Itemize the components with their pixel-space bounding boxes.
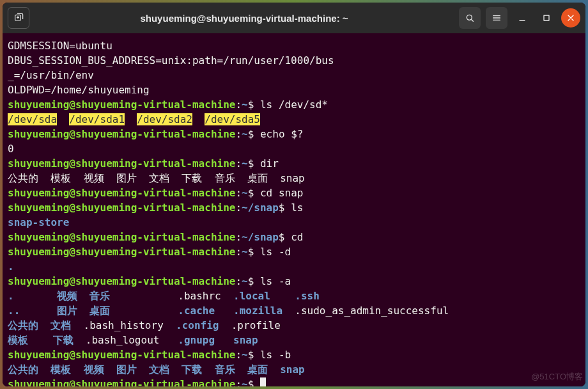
output-text: 视频 — [57, 290, 77, 302]
output-text: .gnupg — [178, 334, 215, 346]
output-text: 下载 — [182, 363, 202, 376]
command-text: cd snap — [254, 187, 303, 199]
output-text: 公共的 — [8, 319, 38, 331]
output-text: snap-store — [8, 216, 69, 228]
prompt-userhost: shuyueming@shuyueming-virtual-machine — [8, 246, 235, 258]
new-tab-icon — [13, 13, 24, 23]
output-text: 图片 — [116, 363, 137, 376]
search-icon — [465, 13, 475, 23]
output-text: .sudo_as_admin_successful — [295, 305, 449, 317]
output-text: .. — [8, 305, 20, 317]
command-text: cd — [285, 231, 304, 243]
output-text: 文档 — [50, 319, 71, 331]
output-text: .local — [233, 290, 270, 302]
new-tab-button[interactable] — [8, 7, 29, 29]
prompt-userhost: shuyueming@shuyueming-virtual-machine — [8, 378, 235, 386]
output-text: /dev/sda — [8, 113, 57, 125]
maximize-button[interactable] — [537, 8, 556, 28]
output-text: 音乐 — [215, 363, 235, 376]
svg-rect-2 — [544, 15, 549, 20]
output-text: 公共的 — [8, 363, 38, 376]
prompt-userhost: shuyueming@shuyueming-virtual-machine — [8, 202, 235, 214]
watermark: @51CTO博客 — [531, 369, 583, 384]
prompt-userhost: shuyueming@shuyueming-virtual-machine — [8, 349, 235, 361]
prompt-userhost: shuyueming@shuyueming-virtual-machine — [8, 275, 235, 287]
output-text: .bash_history — [84, 319, 164, 331]
prompt-path: ~/snap — [242, 202, 279, 214]
terminal-window: shuyueming@shuyueming-virtual-machine: ~… — [3, 3, 585, 386]
output-text: /dev/sda5 — [205, 113, 260, 125]
output-text: .ssh — [295, 290, 320, 302]
output-text: . — [8, 260, 14, 273]
prompt-userhost: shuyueming@shuyueming-virtual-machine — [8, 128, 235, 140]
output-text: 视频 — [84, 363, 104, 376]
minimize-icon — [517, 13, 527, 23]
prompt-path: ~ — [242, 128, 248, 140]
titlebar: shuyueming@shuyueming-virtual-machine: ~ — [3, 3, 585, 33]
prompt-userhost: shuyueming@shuyueming-virtual-machine — [8, 157, 235, 170]
output-text: _=/usr/bin/env — [8, 69, 94, 81]
command-text: ls -a — [254, 275, 291, 287]
output-text: GDMSESSION=ubuntu — [8, 40, 112, 52]
menu-button[interactable] — [486, 7, 507, 29]
close-icon — [566, 13, 576, 23]
command-text: dir — [254, 157, 279, 170]
output-text: .cache — [178, 305, 215, 317]
prompt-userhost: shuyueming@shuyueming-virtual-machine — [8, 99, 235, 111]
output-text: 公共的 模板 视频 图片 文档 下载 音乐 桌面 snap — [8, 172, 305, 184]
output-text: 0 — [8, 143, 14, 155]
output-text: 桌面 — [89, 305, 110, 317]
close-button[interactable] — [561, 8, 580, 28]
prompt-path: ~/snap — [242, 231, 279, 243]
terminal-viewport[interactable]: GDMSESSION=ubuntu DBUS_SESSION_BUS_ADDRE… — [3, 33, 585, 386]
command-text — [254, 378, 260, 386]
output-text: 桌面 — [247, 363, 268, 376]
prompt-userhost: shuyueming@shuyueming-virtual-machine — [8, 231, 235, 243]
output-text: DBUS_SESSION_BUS_ADDRESS=unix:path=/run/… — [8, 54, 334, 67]
maximize-icon — [541, 13, 552, 23]
prompt-path: ~ — [242, 99, 248, 111]
cursor — [260, 377, 266, 386]
output-text: .config — [176, 319, 219, 331]
output-text: 下载 — [53, 334, 74, 346]
output-text: .mozilla — [233, 305, 282, 317]
output-text: 图片 — [57, 305, 77, 317]
output-text: 文档 — [149, 363, 169, 376]
output-text: 音乐 — [89, 290, 110, 302]
prompt-path: ~ — [242, 187, 248, 199]
command-text: echo $? — [254, 128, 303, 140]
minimize-button[interactable] — [513, 8, 532, 28]
output-text: 模板 — [8, 334, 28, 346]
search-button[interactable] — [459, 7, 481, 29]
output-text: .profile — [231, 319, 281, 331]
prompt-path: ~ — [242, 378, 248, 386]
prompt-path: ~ — [242, 157, 248, 170]
output-text: snap — [280, 363, 305, 376]
svg-point-1 — [467, 15, 472, 20]
desktop-background: shuyueming@shuyueming-virtual-machine: ~… — [0, 0, 588, 389]
window-title: shuyueming@shuyueming-virtual-machine: ~ — [140, 13, 348, 24]
output-text: 模板 — [50, 363, 71, 376]
command-text: ls — [285, 202, 304, 214]
output-text: /dev/sda1 — [69, 113, 125, 125]
output-text: .bashrc — [178, 290, 220, 302]
command-text: ls /dev/sd* — [254, 99, 328, 111]
command-text: ls -d — [254, 246, 291, 258]
prompt-path: ~ — [242, 349, 248, 361]
hamburger-icon — [491, 13, 502, 23]
prompt-userhost: shuyueming@shuyueming-virtual-machine — [8, 187, 235, 199]
output-text: snap — [233, 334, 258, 346]
output-text: . — [8, 290, 14, 302]
output-text: OLDPWD=/home/shuyueming — [8, 84, 150, 96]
prompt-path: ~ — [242, 246, 248, 258]
output-text: /dev/sda2 — [137, 113, 192, 125]
prompt-path: ~ — [242, 275, 248, 287]
output-text: .bash_logout — [86, 334, 160, 346]
command-text: ls -b — [254, 349, 291, 361]
